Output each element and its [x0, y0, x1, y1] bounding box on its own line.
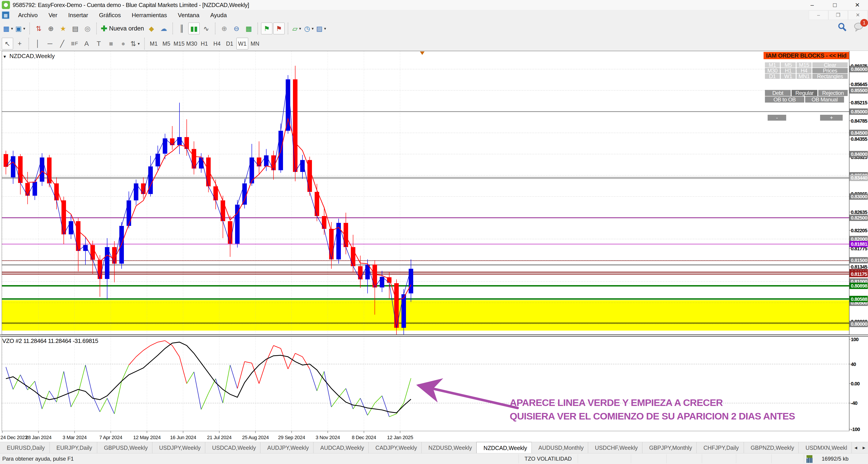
menu-ventana[interactable]: Ventana	[173, 10, 205, 20]
timeframe-m15-button[interactable]: M15	[173, 38, 185, 49]
ob-ob-to-ob-button[interactable]: OB to OB	[765, 96, 804, 103]
child-minimize-button[interactable]: –	[809, 10, 828, 20]
tab-audcad-weekly[interactable]: AUDCAD,Weekly	[313, 442, 369, 453]
tabs-scroll-right-icon[interactable]: ►	[860, 442, 868, 453]
maximize-button[interactable]: □	[824, 0, 845, 10]
horizontal-line-tool-icon[interactable]: ─	[44, 38, 56, 49]
arrows-tool-icon[interactable]: ⇅▼	[130, 38, 141, 49]
tab-usdmxn-weekl[interactable]: USDMXN,Weekl	[799, 442, 852, 453]
new-order-label: Nueva orden	[109, 25, 144, 32]
profiles-icon[interactable]: ▣▼	[15, 23, 26, 34]
timeframe-h1-button[interactable]: H1	[198, 38, 210, 49]
ob-ob-manual-button[interactable]: OB Manual	[805, 96, 844, 103]
toolbox-icon[interactable]: ▤	[70, 23, 81, 34]
ob-minus-button[interactable]: -	[768, 115, 786, 121]
strategy-tester-icon[interactable]: ◎	[82, 23, 93, 34]
minimize-button[interactable]: –	[802, 0, 823, 10]
web-terminal-icon[interactable]: ☁	[158, 23, 169, 34]
data-window-icon[interactable]: ⊕	[45, 23, 57, 34]
candle-chart-icon[interactable]: ▮▮	[188, 23, 199, 34]
timeframe-w1-button[interactable]: W1	[237, 38, 248, 49]
navigator-icon[interactable]: ★	[57, 23, 69, 34]
rectangle-tool-icon[interactable]: ■	[105, 38, 117, 49]
menu-ver[interactable]: Ver	[43, 10, 63, 20]
ob-m5-button[interactable]: M5	[781, 62, 796, 68]
menu-archivo[interactable]: Archivo	[13, 10, 43, 20]
tab-audjpy-weekly[interactable]: AUDJPY,Weekly	[260, 442, 313, 453]
cursor-tool-icon[interactable]: ↖	[2, 38, 13, 49]
timeframe-mn-button[interactable]: MN	[249, 38, 261, 49]
tab-eurjpy-daily[interactable]: EURJPY,Daily	[50, 442, 97, 453]
chart-properties-icon[interactable]: ▨▼	[316, 23, 327, 34]
line-chart-icon[interactable]: ∿	[200, 23, 212, 34]
deposit-icon[interactable]: ◆	[146, 23, 157, 34]
price-chart[interactable]: 0.860750.856450.852150.847850.843550.839…	[0, 51, 868, 442]
vertical-line-tool-icon[interactable]: │	[32, 38, 43, 49]
market-watch-icon[interactable]: ⇅	[33, 23, 44, 34]
ob-rectangles-button[interactable]: Rectangles	[812, 74, 848, 79]
chart-shift-icon[interactable]: ⚑	[273, 23, 285, 34]
tab-audusd-monthly[interactable]: AUDUSD,Monthly	[532, 442, 588, 453]
menu-herramientas[interactable]: Herramientas	[126, 10, 173, 20]
ellipse-tool-icon[interactable]: ●	[118, 38, 129, 49]
crosshair-tool-icon[interactable]: +	[14, 38, 25, 49]
period-sync-icon[interactable]: ◷▼	[304, 23, 315, 34]
svg-text:3 Nov 2024: 3 Nov 2024	[315, 435, 340, 440]
symbol-label[interactable]: ▼NZDCAD,Weekly	[3, 53, 55, 60]
tab-gbpusd-weekly[interactable]: GBPUSD,Weekly	[97, 442, 152, 453]
tab-usdchf-weekly[interactable]: USDCHF,Weekly	[588, 442, 643, 453]
menu-insertar[interactable]: Insertar	[63, 10, 94, 20]
ob-h1-button[interactable]: H1	[781, 68, 796, 73]
trendline-tool-icon[interactable]: ╱	[57, 38, 68, 49]
auto-scroll-icon[interactable]: ⚑	[261, 23, 272, 34]
tabs-scroll-left-icon[interactable]: ◄	[852, 442, 860, 453]
equidistant-channel-tool-icon[interactable]: ≣F	[69, 38, 80, 49]
notifications-icon[interactable]: 1	[853, 22, 865, 33]
tab-usdcad-weekly[interactable]: USDCAD,Weekly	[205, 442, 260, 453]
timeframe-h4-button[interactable]: H4	[211, 38, 223, 49]
ob-plus-button[interactable]: +	[820, 115, 843, 121]
ob-debt-button[interactable]: Debt	[765, 90, 791, 96]
close-button[interactable]: ✕	[847, 0, 868, 10]
order-blocks-header[interactable]: IAM ORDER BLOCKS - << Hid	[764, 52, 849, 59]
ob-regular-button[interactable]: Regular	[792, 90, 817, 96]
menu-grficos[interactable]: Gráficos	[94, 10, 126, 20]
ob-prices-button[interactable]: Prices	[812, 68, 848, 73]
ob-m1-button[interactable]: M1	[765, 62, 780, 68]
text-tool-icon[interactable]: A	[81, 38, 92, 49]
tab-cadjpy-weekly[interactable]: CADJPY,Weekly	[369, 442, 422, 453]
tab-usdjpy-weekly[interactable]: USDJPY,Weekly	[152, 442, 206, 453]
ob-clear-button[interactable]: Clear	[812, 62, 848, 68]
ob-m30-button[interactable]: M30	[765, 68, 780, 73]
ob-w1-button[interactable]: W1	[781, 74, 796, 79]
new-chart-icon[interactable]: ▦▼	[3, 23, 14, 34]
ob-d1-button[interactable]: D1	[765, 74, 780, 79]
indicator-value-label: VZO #2 11.28464 11.28464 -31.69815	[2, 337, 98, 344]
ob-m15-button[interactable]: M15	[797, 62, 811, 68]
tile-windows-icon[interactable]: ▦	[243, 23, 254, 34]
bar-chart-icon[interactable]: ║	[176, 23, 187, 34]
zoom-in-icon[interactable]: ⊕	[219, 23, 230, 34]
timeframe-m1-button[interactable]: M1	[148, 38, 160, 49]
child-close-button[interactable]: ✕	[848, 10, 868, 20]
tab-chfjpy-daily[interactable]: CHFJPY,Daily	[697, 442, 744, 453]
search-icon[interactable]	[837, 22, 847, 32]
ob-h4-button[interactable]: H4	[797, 68, 811, 73]
tab-nzdusd-weekly[interactable]: NZDUSD,Weekly	[422, 442, 476, 453]
child-restore-button[interactable]: ❐	[829, 10, 848, 20]
tab-gbpjpy-monthly[interactable]: GBPJPY,Monthly	[643, 442, 697, 453]
tab-eurusd-daily[interactable]: EURUSD,Daily	[0, 442, 50, 453]
text-label-tool-icon[interactable]: T	[93, 38, 104, 49]
ob-rejection-button[interactable]: Rejection	[818, 90, 848, 96]
ob-mn1-button[interactable]: MN1	[797, 74, 811, 79]
new-order-button[interactable]: ✚Nueva orden	[101, 23, 144, 34]
timeframe-d1-button[interactable]: D1	[224, 38, 236, 49]
tab-gbpnzd-weekly[interactable]: GBPNZD,Weekly	[744, 442, 799, 453]
zoom-out-icon[interactable]: ⊖	[231, 23, 242, 34]
objects-list-icon[interactable]: ▱▼	[291, 23, 303, 34]
toolbar-separator	[96, 23, 97, 34]
menu-ayuda[interactable]: Ayuda	[205, 10, 232, 20]
timeframe-m5-button[interactable]: M5	[160, 38, 172, 49]
tab-nzdcad-weekly[interactable]: NZDCAD,Weekly	[476, 442, 532, 453]
timeframe-m30-button[interactable]: M30	[186, 38, 197, 49]
